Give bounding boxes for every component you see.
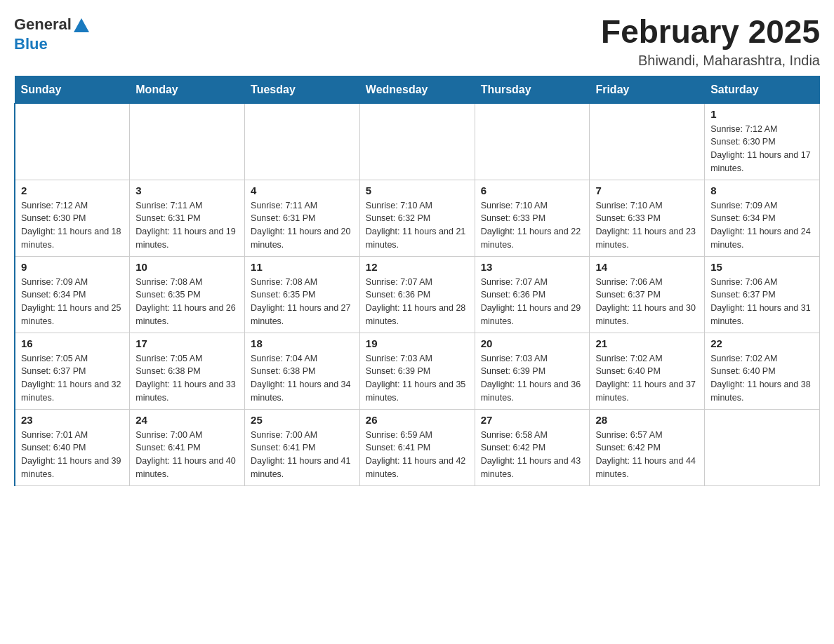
calendar-subtitle: Bhiwandi, Maharashtra, India <box>601 53 820 69</box>
day-number: 2 <box>21 185 124 196</box>
calendar-cell <box>475 103 590 180</box>
weekday-header-monday: Monday <box>130 76 245 103</box>
day-number: 14 <box>595 261 699 273</box>
day-info: Sunrise: 7:07 AMSunset: 6:36 PMDaylight:… <box>366 276 469 328</box>
calendar-cell: 16Sunrise: 7:05 AMSunset: 6:37 PMDayligh… <box>15 333 130 409</box>
day-number: 11 <box>251 261 354 273</box>
day-info: Sunrise: 6:58 AMSunset: 6:42 PMDaylight:… <box>481 429 584 481</box>
logo-combined: General Blue <box>14 14 89 53</box>
calendar-cell: 26Sunrise: 6:59 AMSunset: 6:41 PMDayligh… <box>359 409 475 485</box>
calendar-cell: 13Sunrise: 7:07 AMSunset: 6:36 PMDayligh… <box>475 256 590 333</box>
day-number: 4 <box>251 185 354 196</box>
calendar-cell: 23Sunrise: 7:01 AMSunset: 6:40 PMDayligh… <box>15 409 130 485</box>
day-info: Sunrise: 7:12 AMSunset: 6:30 PMDaylight:… <box>21 199 124 252</box>
day-info: Sunrise: 7:01 AMSunset: 6:40 PMDaylight:… <box>21 429 124 481</box>
day-number: 23 <box>21 414 124 426</box>
calendar-table: SundayMondayTuesdayWednesdayThursdayFrid… <box>14 76 820 486</box>
day-number: 5 <box>366 185 469 196</box>
week-row-4: 16Sunrise: 7:05 AMSunset: 6:37 PMDayligh… <box>15 333 820 409</box>
day-info: Sunrise: 7:02 AMSunset: 6:40 PMDaylight:… <box>595 352 699 405</box>
day-number: 20 <box>481 337 584 349</box>
calendar-cell: 3Sunrise: 7:11 AMSunset: 6:31 PMDaylight… <box>130 180 245 256</box>
calendar-cell: 24Sunrise: 7:00 AMSunset: 6:41 PMDayligh… <box>130 409 245 485</box>
calendar-cell: 18Sunrise: 7:04 AMSunset: 6:38 PMDayligh… <box>245 333 360 409</box>
calendar-cell: 21Sunrise: 7:02 AMSunset: 6:40 PMDayligh… <box>590 333 705 409</box>
day-info: Sunrise: 7:10 AMSunset: 6:33 PMDaylight:… <box>481 199 584 252</box>
day-info: Sunrise: 7:04 AMSunset: 6:38 PMDaylight:… <box>251 352 354 405</box>
day-info: Sunrise: 7:07 AMSunset: 6:36 PMDaylight:… <box>481 276 584 328</box>
day-info: Sunrise: 6:57 AMSunset: 6:42 PMDaylight:… <box>595 429 699 481</box>
calendar-cell: 15Sunrise: 7:06 AMSunset: 6:37 PMDayligh… <box>705 256 820 333</box>
day-info: Sunrise: 7:02 AMSunset: 6:40 PMDaylight:… <box>710 352 814 405</box>
day-number: 22 <box>710 337 814 349</box>
day-info: Sunrise: 6:59 AMSunset: 6:41 PMDaylight:… <box>366 429 469 481</box>
calendar-cell: 5Sunrise: 7:10 AMSunset: 6:32 PMDaylight… <box>359 180 475 256</box>
calendar-cell: 19Sunrise: 7:03 AMSunset: 6:39 PMDayligh… <box>359 333 475 409</box>
calendar-title: February 2025 <box>601 14 820 50</box>
day-info: Sunrise: 7:05 AMSunset: 6:38 PMDaylight:… <box>135 352 239 405</box>
day-number: 28 <box>595 414 699 426</box>
day-info: Sunrise: 7:09 AMSunset: 6:34 PMDaylight:… <box>21 276 124 328</box>
weekday-header-sunday: Sunday <box>15 76 130 103</box>
day-number: 18 <box>251 337 354 349</box>
calendar-cell: 20Sunrise: 7:03 AMSunset: 6:39 PMDayligh… <box>475 333 590 409</box>
day-info: Sunrise: 7:00 AMSunset: 6:41 PMDaylight:… <box>135 429 239 481</box>
day-info: Sunrise: 7:06 AMSunset: 6:37 PMDaylight:… <box>710 276 814 328</box>
day-number: 27 <box>481 414 584 426</box>
day-number: 12 <box>366 261 469 273</box>
week-row-2: 2Sunrise: 7:12 AMSunset: 6:30 PMDaylight… <box>15 180 820 256</box>
day-info: Sunrise: 7:11 AMSunset: 6:31 PMDaylight:… <box>251 199 354 252</box>
day-number: 1 <box>710 108 814 120</box>
week-row-3: 9Sunrise: 7:09 AMSunset: 6:34 PMDaylight… <box>15 256 820 333</box>
calendar-cell: 28Sunrise: 6:57 AMSunset: 6:42 PMDayligh… <box>590 409 705 485</box>
logo: General Blue <box>14 14 89 53</box>
calendar-cell <box>590 103 705 180</box>
day-number: 13 <box>481 261 584 273</box>
calendar-cell: 6Sunrise: 7:10 AMSunset: 6:33 PMDaylight… <box>475 180 590 256</box>
day-info: Sunrise: 7:08 AMSunset: 6:35 PMDaylight:… <box>135 276 239 328</box>
day-number: 24 <box>135 414 239 426</box>
day-number: 15 <box>710 261 814 273</box>
calendar-cell: 1Sunrise: 7:12 AMSunset: 6:30 PMDaylight… <box>705 103 820 180</box>
day-info: Sunrise: 7:09 AMSunset: 6:34 PMDaylight:… <box>710 199 814 252</box>
day-info: Sunrise: 7:12 AMSunset: 6:30 PMDaylight:… <box>710 123 814 175</box>
day-info: Sunrise: 7:10 AMSunset: 6:32 PMDaylight:… <box>366 199 469 252</box>
calendar-cell <box>130 103 245 180</box>
calendar-cell: 22Sunrise: 7:02 AMSunset: 6:40 PMDayligh… <box>705 333 820 409</box>
day-number: 6 <box>481 185 584 196</box>
day-number: 8 <box>710 185 814 196</box>
title-block: February 2025 Bhiwandi, Maharashtra, Ind… <box>601 14 820 69</box>
day-info: Sunrise: 7:06 AMSunset: 6:37 PMDaylight:… <box>595 276 699 328</box>
day-number: 9 <box>21 261 124 273</box>
weekday-header-row: SundayMondayTuesdayWednesdayThursdayFrid… <box>15 76 820 103</box>
logo-blue-text: Blue <box>14 35 48 53</box>
calendar-cell: 27Sunrise: 6:58 AMSunset: 6:42 PMDayligh… <box>475 409 590 485</box>
day-number: 25 <box>251 414 354 426</box>
calendar-cell: 4Sunrise: 7:11 AMSunset: 6:31 PMDaylight… <box>245 180 360 256</box>
calendar-cell: 17Sunrise: 7:05 AMSunset: 6:38 PMDayligh… <box>130 333 245 409</box>
day-number: 19 <box>366 337 469 349</box>
day-info: Sunrise: 7:05 AMSunset: 6:37 PMDaylight:… <box>21 352 124 405</box>
day-info: Sunrise: 7:03 AMSunset: 6:39 PMDaylight:… <box>481 352 584 405</box>
week-row-5: 23Sunrise: 7:01 AMSunset: 6:40 PMDayligh… <box>15 409 820 485</box>
day-number: 7 <box>595 185 699 196</box>
calendar-cell: 8Sunrise: 7:09 AMSunset: 6:34 PMDaylight… <box>705 180 820 256</box>
weekday-header-thursday: Thursday <box>475 76 590 103</box>
calendar-cell <box>359 103 475 180</box>
calendar-cell: 11Sunrise: 7:08 AMSunset: 6:35 PMDayligh… <box>245 256 360 333</box>
day-info: Sunrise: 7:08 AMSunset: 6:35 PMDaylight:… <box>251 276 354 328</box>
day-number: 21 <box>595 337 699 349</box>
day-number: 26 <box>366 414 469 426</box>
day-info: Sunrise: 7:10 AMSunset: 6:33 PMDaylight:… <box>595 199 699 252</box>
weekday-header-wednesday: Wednesday <box>359 76 475 103</box>
weekday-header-friday: Friday <box>590 76 705 103</box>
page-header: General Blue February 2025 Bhiwandi, Mah… <box>14 14 820 69</box>
svg-marker-0 <box>74 18 89 32</box>
calendar-cell: 14Sunrise: 7:06 AMSunset: 6:37 PMDayligh… <box>590 256 705 333</box>
day-number: 16 <box>21 337 124 349</box>
week-row-1: 1Sunrise: 7:12 AMSunset: 6:30 PMDaylight… <box>15 103 820 180</box>
day-info: Sunrise: 7:00 AMSunset: 6:41 PMDaylight:… <box>251 429 354 481</box>
day-number: 17 <box>135 337 239 349</box>
calendar-cell: 10Sunrise: 7:08 AMSunset: 6:35 PMDayligh… <box>130 256 245 333</box>
day-info: Sunrise: 7:03 AMSunset: 6:39 PMDaylight:… <box>366 352 469 405</box>
